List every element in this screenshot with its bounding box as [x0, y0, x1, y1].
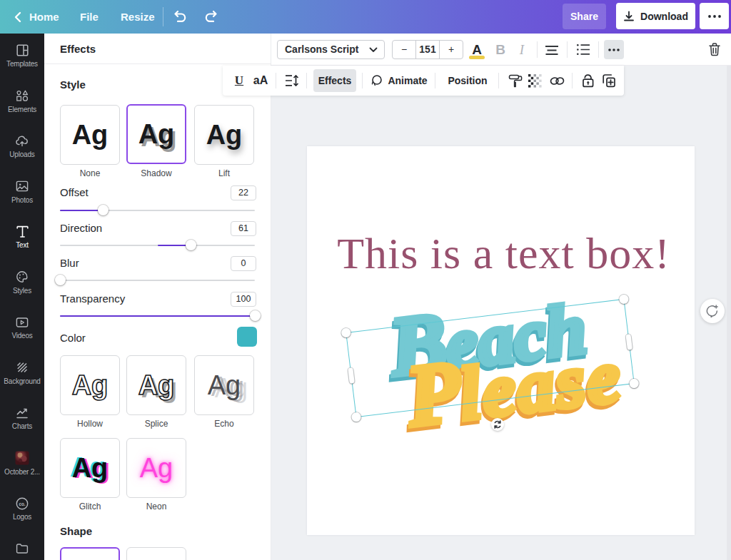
svg-text:co.: co.: [19, 501, 25, 506]
